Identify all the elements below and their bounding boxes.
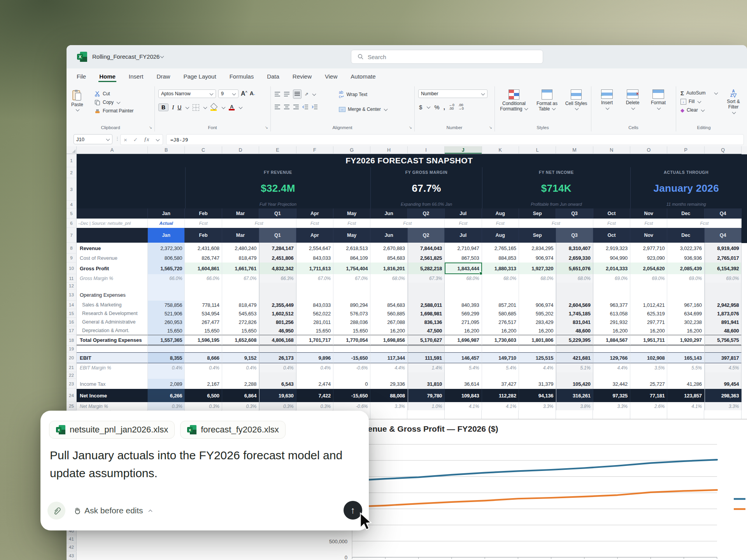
cell-G18[interactable]: 1,770,054: [333, 335, 370, 346]
merge-center-button[interactable]: ↔ Merge & Center: [339, 105, 388, 114]
cell-K17[interactable]: 16,200: [482, 326, 519, 335]
cell-C15[interactable]: 534,954: [185, 309, 222, 318]
row-label-revenue[interactable]: Revenue: [77, 243, 148, 254]
month-header-row7-Mar[interactable]: Mar: [222, 228, 259, 243]
cell-N19[interactable]: [593, 346, 630, 352]
file-chip-forecast_fy2026.xlsx[interactable]: xforecast_fy2026.xlsx: [180, 421, 286, 439]
cell-B12[interactable]: [148, 283, 185, 289]
cell-F8[interactable]: 2,554,647: [296, 243, 333, 254]
cell-L10[interactable]: 1,927,320: [519, 262, 556, 274]
cell-C17[interactable]: 15,650: [185, 326, 222, 335]
cell-F23[interactable]: 2,474: [296, 379, 333, 389]
cell-C9[interactable]: 826,747: [185, 254, 222, 262]
cell-I19[interactable]: [408, 346, 445, 352]
cell-P23[interactable]: 41,286: [667, 379, 704, 389]
cell-M9[interactable]: 2,659,330: [556, 254, 593, 262]
document-title[interactable]: Rolling_Forecast_FY2026: [92, 53, 164, 60]
cell-B14[interactable]: 758,856: [148, 301, 185, 309]
cell-N14[interactable]: 963,377: [593, 301, 630, 309]
cell-I14[interactable]: 2,588,011: [408, 301, 445, 309]
cell-J22[interactable]: [445, 372, 482, 379]
cell-H16[interactable]: 267,088: [370, 318, 407, 326]
cell-Q19[interactable]: [705, 346, 742, 352]
cell-P25[interactable]: 4.1%: [667, 402, 704, 410]
cell-J13[interactable]: [445, 289, 482, 301]
month-header-Dec[interactable]: Dec: [667, 208, 704, 219]
cell-B8[interactable]: 2,372,300: [148, 243, 185, 254]
cell-P9[interactable]: 936,936: [667, 254, 704, 262]
cell-O15[interactable]: 625,319: [630, 309, 667, 318]
cell-F17[interactable]: 15,650: [296, 326, 333, 335]
cell-M18[interactable]: 5,229,395: [556, 335, 593, 346]
month-header-row7-Q1[interactable]: Q1: [259, 228, 296, 243]
cell-A7[interactable]: [77, 228, 148, 243]
align-left-icon[interactable]: [274, 104, 281, 110]
cell-F22[interactable]: [296, 372, 333, 379]
cell-Q18[interactable]: 5,756,575: [705, 335, 742, 346]
cell-Q25[interactable]: 3.3%: [705, 402, 742, 410]
cell-E21[interactable]: 0.4%: [259, 363, 296, 372]
cell-G9[interactable]: 864,109: [333, 254, 370, 262]
cell-N18[interactable]: 1,884,567: [593, 335, 630, 346]
row-label-income-tax[interactable]: Income Tax: [77, 379, 148, 389]
cell-G16[interactable]: 288,036: [333, 318, 370, 326]
font-size-select[interactable]: 9: [218, 89, 238, 98]
cell-H25[interactable]: 3.3%: [370, 402, 407, 410]
row-number-22[interactable]: 22: [67, 372, 77, 379]
cell-P19[interactable]: [667, 346, 704, 352]
cell-F13[interactable]: [296, 289, 333, 301]
cell-N21[interactable]: 4.4%: [593, 363, 630, 372]
attach-file-button[interactable]: [47, 502, 65, 520]
cell-B15[interactable]: 521,906: [148, 309, 185, 318]
underline-button[interactable]: U: [177, 104, 181, 110]
cell-L16[interactable]: 283,429: [519, 318, 556, 326]
cell-I12[interactable]: [408, 283, 445, 289]
cell-I18[interactable]: 5,170,627: [408, 335, 445, 346]
cell-K13[interactable]: [482, 289, 519, 301]
cell-E10[interactable]: 4,832,342: [259, 262, 296, 274]
cell-G21[interactable]: -0.6%: [333, 363, 370, 372]
cell-Q23[interactable]: 99,454: [705, 379, 742, 389]
decrease-decimal-button[interactable]: .00→0: [458, 103, 464, 110]
month-header-row7-Nov[interactable]: Nov: [630, 228, 667, 243]
cell-H14[interactable]: 854,683: [370, 301, 407, 309]
cell-G15[interactable]: 576,073: [333, 309, 370, 318]
cell-N20[interactable]: 129,766: [593, 352, 630, 363]
cell-P18[interactable]: 1,920,297: [667, 335, 704, 346]
cell-H24[interactable]: 88,008: [370, 389, 407, 402]
cell-I23[interactable]: 31,810: [408, 379, 445, 389]
cell-O21[interactable]: 3.5%: [630, 363, 667, 372]
cell-D22[interactable]: [222, 372, 259, 379]
cell-O22[interactable]: [630, 372, 667, 379]
fill-color-button[interactable]: [210, 104, 217, 111]
row-number-15[interactable]: 15: [67, 309, 77, 318]
row-label-total-operating-expenses[interactable]: Total Operating Expenses: [77, 335, 148, 346]
month-header-row7-Q3[interactable]: Q3: [556, 228, 593, 243]
borders-button[interactable]: [193, 104, 199, 111]
tab-formulas[interactable]: Formulas: [229, 71, 255, 82]
cell-I8[interactable]: 7,844,043: [408, 243, 445, 254]
cell-E16[interactable]: 801,256: [259, 318, 296, 326]
cell-M16[interactable]: 831,041: [556, 318, 593, 326]
row-number-24[interactable]: 24: [67, 389, 77, 402]
cell-D15[interactable]: 545,653: [222, 309, 259, 318]
cell-Q13[interactable]: [705, 289, 742, 301]
cell-E11[interactable]: 66.3%: [259, 274, 296, 283]
col-header-G[interactable]: G: [333, 146, 370, 154]
tag-fcst[interactable]: Fcst: [222, 219, 296, 228]
cell-K15[interactable]: 580,685: [482, 309, 519, 318]
cell-H10[interactable]: 1,816,201: [370, 262, 407, 274]
cell-C11[interactable]: 66.0%: [185, 274, 222, 283]
row-label-net-income[interactable]: Net Income: [77, 389, 148, 402]
row-number-41[interactable]: 41: [67, 535, 77, 543]
cell-L15[interactable]: 595,202: [519, 309, 556, 318]
percent-format-button[interactable]: %: [434, 104, 439, 110]
col-header-N[interactable]: N: [593, 146, 630, 154]
cell-G23[interactable]: 0: [333, 379, 370, 389]
cell-E15[interactable]: 1,602,512: [259, 309, 296, 318]
cell-H8[interactable]: 2,670,883: [370, 243, 407, 254]
cell-D13[interactable]: [222, 289, 259, 301]
cell-F19[interactable]: [296, 346, 333, 352]
cell-N12[interactable]: [593, 283, 630, 289]
cell-L23[interactable]: 31,379: [519, 379, 556, 389]
